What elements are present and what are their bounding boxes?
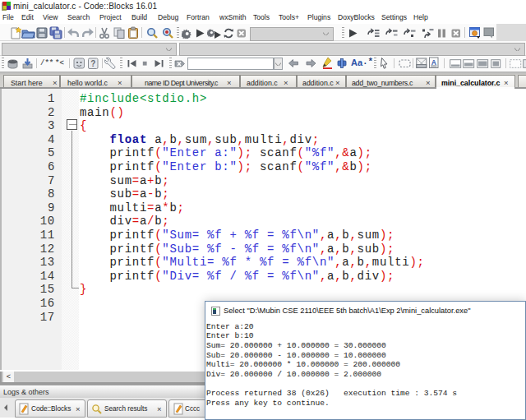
svg-text:A: A bbox=[431, 58, 436, 67]
svg-text:?: ? bbox=[90, 59, 95, 68]
